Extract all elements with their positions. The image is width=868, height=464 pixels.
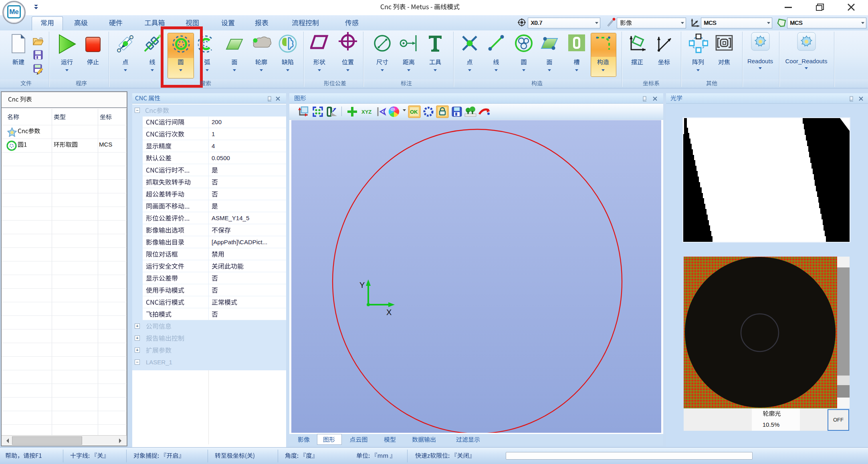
svg-text:Y: Y [359,281,365,289]
svg-text:OK: OK [410,109,418,115]
svg-text:XYZ: XYZ [361,109,371,115]
svg-text:X: X [386,308,392,317]
